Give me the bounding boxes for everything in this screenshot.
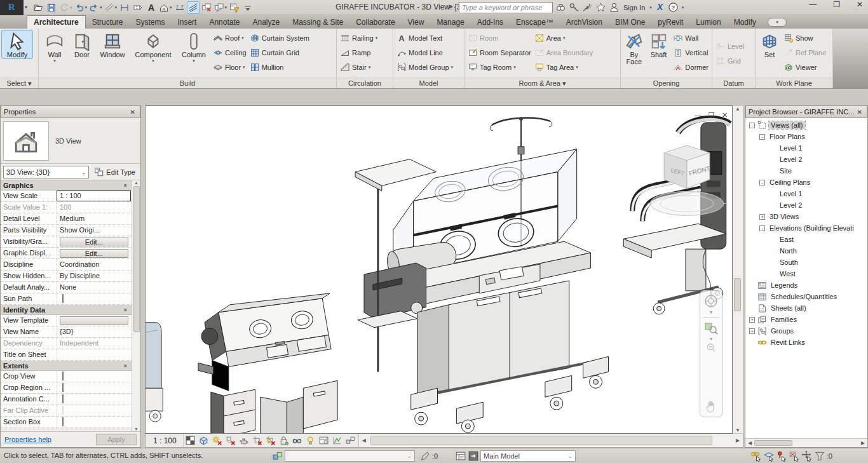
tree-item-level-2[interactable]: Level 2	[745, 199, 867, 211]
qat-thin-lines-button[interactable]	[187, 1, 200, 14]
collapse-chevron-icon[interactable]: »	[121, 308, 128, 311]
tab-massing-site[interactable]: Massing & Site	[286, 16, 349, 29]
tab-pyrevit[interactable]: pyRevit	[651, 16, 689, 29]
tree-item-south[interactable]: South	[745, 257, 867, 268]
hide-isolate-icon[interactable]	[292, 435, 302, 446]
apply-button[interactable]: Apply	[96, 434, 137, 445]
ribbon-button-component[interactable]: Component▾	[130, 30, 176, 64]
view-minimize-icon[interactable]: —	[693, 111, 703, 119]
design-option-combo[interactable]: Main Model⌄	[480, 450, 576, 462]
property-value[interactable]: {3D}	[57, 326, 131, 337]
property-value[interactable]: Independent	[57, 338, 131, 349]
tree-expand-icon[interactable]: -	[749, 123, 755, 128]
qat-save-button[interactable]	[45, 1, 58, 14]
ribbon-panel-label-work-plane[interactable]: Work Plane	[756, 77, 832, 88]
scrollbar-thumb[interactable]	[133, 186, 140, 332]
ribbon-panel-label-select[interactable]: Select ▾	[0, 77, 38, 88]
property-value[interactable]: Show Origi...	[57, 225, 131, 236]
tree-item-level-2[interactable]: Level 2	[745, 154, 867, 165]
drag-select-icon[interactable]	[801, 450, 813, 462]
sun-path-icon[interactable]	[212, 435, 222, 446]
favorites-icon[interactable]	[595, 2, 606, 13]
project-browser-header[interactable]: Project Browser - GIRAFFE INC... ✕	[745, 105, 867, 118]
tree-item-level-1[interactable]: Level 1	[745, 142, 867, 154]
qat-aligned-dim-button[interactable]	[118, 1, 131, 14]
ribbon-button-door[interactable]: Door	[69, 30, 95, 58]
scrollbar-thumb[interactable]	[370, 436, 712, 445]
properties-help-link[interactable]: Properties help	[4, 436, 51, 443]
ribbon-panel-label-datum[interactable]: Datum	[712, 77, 755, 88]
property-value[interactable]: 100	[57, 202, 131, 213]
infocenter-search-input[interactable]	[459, 2, 553, 13]
view-scale-button[interactable]: 1 : 100	[147, 434, 184, 447]
scroll-left-icon[interactable]: ◀	[359, 438, 369, 443]
tree-item-schedules-quantities[interactable]: Schedules/Quantities	[745, 291, 867, 302]
property-section-identity-data[interactable]: Identity Data»	[1, 305, 140, 315]
select-links-icon[interactable]	[750, 450, 762, 462]
ribbon-button-curtain-system[interactable]: Curtain System	[248, 30, 311, 45]
tree-expand-icon[interactable]: +	[749, 317, 755, 323]
properties-header[interactable]: Properties ✕	[1, 105, 140, 118]
sign-in-user-icon[interactable]	[609, 2, 620, 13]
ribbon-button-model-text[interactable]: AModel Text	[395, 30, 454, 45]
view-restore-icon[interactable]: ❐	[707, 111, 716, 119]
collapse-chevron-icon[interactable]: »	[121, 184, 128, 187]
ribbon-state-toggle-button[interactable]: ▾	[768, 18, 787, 27]
tab-view[interactable]: View	[402, 16, 431, 29]
property-button[interactable]: Edit...	[60, 249, 128, 258]
tab-collaborate[interactable]: Collaborate	[349, 16, 401, 29]
help-arrow-icon[interactable]: ▾	[682, 5, 684, 10]
qat-section-button[interactable]	[173, 1, 186, 14]
tree-expand-icon[interactable]: -	[759, 180, 765, 185]
restore-button[interactable]: ❐	[833, 0, 840, 9]
ribbon-button-column[interactable]: Column▾	[177, 30, 211, 64]
tab-enscape[interactable]: Enscape™	[510, 16, 560, 29]
tab-insert[interactable]: Insert	[171, 16, 203, 29]
ribbon-button-tag-room[interactable]: Tag Room▾	[466, 60, 532, 74]
horizontal-scrollbar[interactable]: ◀ ▶	[358, 434, 743, 447]
tree-item-sheets-all[interactable]: Sheets (all)	[745, 302, 867, 314]
tree-expand-icon[interactable]: -	[759, 225, 765, 231]
tab-structure[interactable]: Structure	[86, 16, 130, 29]
application-menu-arrow-icon[interactable]: ▾	[25, 4, 27, 10]
tree-item-3d-views[interactable]: +3D Views	[745, 211, 867, 222]
scroll-right-icon[interactable]: ▶	[858, 440, 867, 446]
tree-item-east[interactable]: East	[745, 234, 867, 245]
shadows-icon[interactable]	[225, 435, 236, 446]
detail-level-icon[interactable]	[185, 435, 196, 446]
ribbon-button-area[interactable]: Area▾	[533, 30, 594, 45]
crop-view-icon[interactable]	[252, 435, 262, 446]
property-value[interactable]: Medium	[57, 213, 131, 224]
tree-item-legends[interactable]: Legends	[745, 279, 867, 291]
active-only-icon[interactable]	[468, 450, 479, 462]
ribbon-button-viewer[interactable]: Viewer	[782, 60, 827, 74]
tree-expand-icon[interactable]: +	[759, 214, 765, 220]
ribbon-button-curtain-grid[interactable]: Curtain Grid	[248, 45, 311, 60]
property-checkbox[interactable]	[62, 394, 64, 403]
displacement-icon[interactable]	[345, 435, 356, 446]
properties-close-icon[interactable]: ✕	[128, 109, 137, 116]
zoom-region-icon[interactable]	[703, 320, 719, 335]
tab-annotate[interactable]: Annotate	[203, 16, 246, 29]
ribbon-button-by-face[interactable]: By Face	[623, 30, 646, 65]
qat-tag-button[interactable]: 1	[132, 1, 144, 14]
tree-expand-icon[interactable]: +	[749, 328, 755, 334]
property-section-graphics[interactable]: Graphics»	[1, 180, 140, 191]
crop-region-icon[interactable]	[265, 435, 276, 446]
ribbon-button-vertical[interactable]: Vertical	[672, 45, 710, 60]
model-monitor-cart-partial[interactable]	[623, 118, 729, 314]
qat-text-button[interactable]: A	[145, 1, 158, 14]
ribbon-button-roof[interactable]: Roof▾	[212, 30, 248, 45]
tab-bim-one[interactable]: BIM One	[609, 16, 651, 29]
vertical-scrollbar[interactable]: ▲ ▼	[733, 105, 743, 434]
scroll-down-icon[interactable]: ▼	[735, 427, 740, 433]
editing-requests-icon[interactable]	[419, 450, 431, 462]
ribbon-button-mullion[interactable]: Mullion	[248, 60, 311, 74]
ribbon-button-wall[interactable]: Wall▾	[41, 30, 69, 64]
model-transport-incubator[interactable]	[191, 293, 349, 433]
visual-style-icon[interactable]	[198, 435, 209, 446]
scrollbar-thumb[interactable]	[754, 440, 792, 446]
qat-redo-button[interactable]: ▾	[88, 1, 103, 14]
qat-home3d-button[interactable]: ▾	[158, 1, 173, 14]
close-button[interactable]: ✕	[857, 0, 863, 9]
